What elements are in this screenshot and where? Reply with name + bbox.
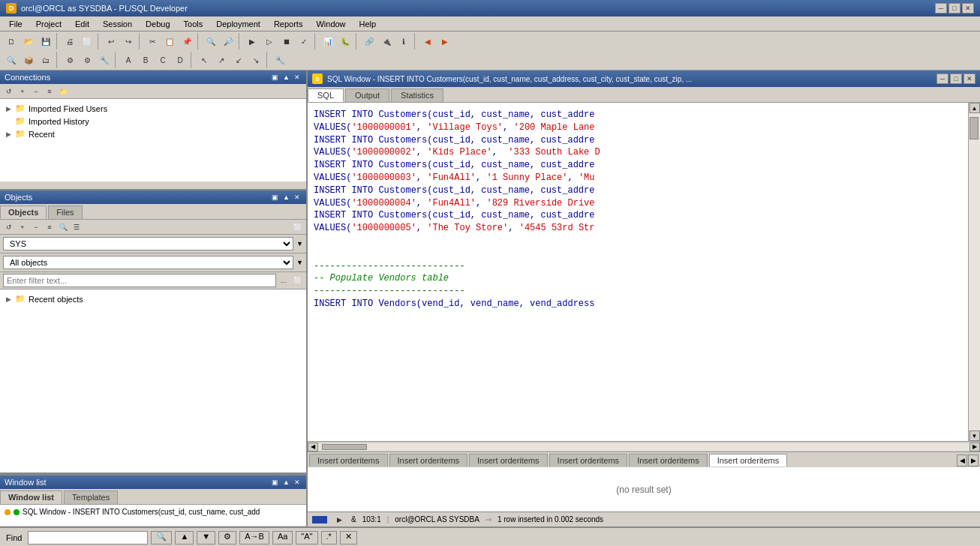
tree-recent[interactable]: ▶ 📁 Recent — [3, 128, 303, 140]
find-regex-btn[interactable]: .* — [321, 531, 337, 544]
tb-disconnect[interactable]: 🔌 — [378, 33, 395, 50]
sql-tab-statistics[interactable]: Statistics — [391, 88, 443, 102]
connections-restore[interactable]: ▣ — [270, 74, 280, 81]
objects-restore[interactable]: ▣ — [270, 194, 280, 201]
obj-list[interactable]: ☰ — [71, 221, 83, 233]
tb-open[interactable]: 📂 — [20, 33, 37, 50]
tree-imported-fixed[interactable]: ▶ 📁 Imported Fixed Users — [3, 102, 303, 115]
btab-2[interactable]: Insert orderitems — [469, 454, 548, 466]
scroll-up[interactable]: ▲ — [969, 103, 980, 113]
minimize-button[interactable]: ─ — [935, 3, 947, 14]
find-replace-btn[interactable]: A→B — [239, 531, 269, 544]
menu-debug[interactable]: Debug — [140, 18, 176, 30]
sql-tab-sql[interactable]: SQL — [308, 88, 344, 102]
status-execute[interactable]: ▶ — [333, 514, 345, 525]
connections-maximize[interactable]: ▲ — [281, 74, 291, 81]
menu-tools[interactable]: Tools — [178, 18, 209, 30]
tb2-compile2[interactable]: ⚙ — [79, 52, 95, 68]
sql-maximize[interactable]: □ — [950, 74, 962, 84]
scroll-down[interactable]: ▼ — [969, 430, 980, 441]
btab-scroll-left[interactable]: ◀ — [957, 454, 967, 466]
btab-0[interactable]: Insert orderitems — [309, 454, 388, 466]
scroll-track[interactable] — [969, 113, 980, 430]
obj-menu[interactable]: ⬜ — [291, 221, 303, 233]
obj-minus[interactable]: − — [30, 221, 42, 233]
tb2-compile[interactable]: ⚙ — [62, 52, 78, 68]
find-case-btn[interactable]: Aa — [272, 531, 293, 544]
menu-reports[interactable]: Reports — [268, 18, 309, 30]
obj-search[interactable]: 🔍 — [57, 221, 69, 233]
tb2-d[interactable]: D — [172, 52, 188, 68]
obj-add[interactable]: + — [17, 221, 29, 233]
tb-info[interactable]: ℹ — [395, 33, 412, 50]
tb2-compile3[interactable]: 🔧 — [96, 52, 113, 68]
objects-search-input[interactable] — [3, 274, 276, 287]
sql-close[interactable]: ✕ — [963, 74, 975, 84]
conn-minus[interactable]: − — [30, 86, 42, 98]
tb-connect[interactable]: 🔗 — [361, 33, 377, 50]
find-next-btn[interactable]: ▼ — [197, 531, 215, 544]
tb-undo[interactable]: ↩ — [103, 33, 119, 50]
wl-maximize[interactable]: ▲ — [281, 478, 291, 486]
filter-select[interactable]: All objects — [3, 256, 293, 269]
tb-nav-left[interactable]: ◀ — [419, 33, 436, 50]
tb2-arrow4[interactable]: ↘ — [248, 52, 264, 68]
btab-scroll-right[interactable]: ▶ — [968, 454, 978, 466]
tb2-a[interactable]: A — [120, 52, 137, 68]
hscroll-track[interactable] — [318, 443, 969, 451]
tb2-search[interactable]: 🔍 — [3, 52, 20, 68]
conn-add[interactable]: + — [17, 86, 29, 98]
menu-edit[interactable]: Edit — [69, 18, 95, 30]
tb-print2[interactable]: ⬜ — [79, 33, 95, 50]
maximize-button[interactable]: □ — [948, 3, 960, 14]
objects-close[interactable]: ✕ — [293, 194, 302, 201]
conn-props[interactable]: ≡ — [44, 86, 56, 98]
tb-find[interactable]: 🔍 — [203, 33, 219, 50]
tb-find2[interactable]: 🔎 — [220, 33, 236, 50]
hscroll-left[interactable]: ◀ — [308, 442, 318, 452]
tb-stop[interactable]: ⏹ — [278, 33, 295, 50]
search-opts[interactable]: ⬜ — [291, 274, 303, 286]
objects-maximize[interactable]: ▲ — [281, 194, 291, 201]
scroll-thumb[interactable] — [969, 117, 978, 140]
search-btn[interactable]: … — [278, 274, 290, 286]
tb-copy[interactable]: 📋 — [161, 33, 178, 50]
tb-new[interactable]: 🗋 — [3, 33, 20, 50]
tab-files[interactable]: Files — [48, 206, 82, 219]
btab-4[interactable]: Insert orderitems — [629, 454, 708, 466]
tb-run[interactable]: ▶ — [244, 33, 260, 50]
conn-refresh[interactable]: ↺ — [3, 86, 15, 98]
tb-explain[interactable]: 📊 — [320, 33, 336, 50]
menu-help[interactable]: Help — [353, 18, 383, 30]
tb-cut[interactable]: ✂ — [144, 33, 161, 50]
find-search-btn[interactable]: 🔍 — [151, 531, 172, 544]
sql-minimize[interactable]: ─ — [936, 74, 948, 84]
obj-props[interactable]: ≡ — [44, 221, 56, 233]
tb2-obj2[interactable]: 🗂 — [38, 52, 54, 68]
menu-file[interactable]: File — [3, 18, 29, 30]
tree-imported-history[interactable]: 📁 Imported History — [3, 115, 303, 128]
obj-refresh[interactable]: ↺ — [3, 221, 15, 233]
connections-close[interactable]: ✕ — [293, 74, 302, 81]
tb-redo[interactable]: ↪ — [120, 33, 137, 50]
tb2-b[interactable]: B — [137, 52, 154, 68]
tab-window-list[interactable]: Window list — [0, 490, 62, 504]
btab-3[interactable]: Insert orderitems — [549, 454, 628, 466]
tb2-c[interactable]: C — [155, 52, 171, 68]
tab-templates[interactable]: Templates — [64, 490, 118, 504]
hscroll-thumb[interactable] — [322, 444, 367, 450]
find-close-btn[interactable]: ✕ — [340, 531, 357, 544]
tb-print[interactable]: 🖨 — [62, 33, 78, 50]
tb2-wrench[interactable]: 🔧 — [272, 52, 288, 68]
menu-project[interactable]: Project — [30, 18, 68, 30]
tb-debug[interactable]: 🐛 — [337, 33, 353, 50]
btab-1[interactable]: Insert orderitems — [389, 454, 468, 466]
code-area[interactable]: INSERT INTO Customers(cust_id, cust_name… — [308, 103, 968, 441]
find-word-btn[interactable]: "A" — [296, 531, 317, 544]
menu-session[interactable]: Session — [97, 18, 138, 30]
conn-folder[interactable]: 📁 — [57, 86, 69, 98]
tb-commit[interactable]: ✓ — [296, 33, 312, 50]
tb2-arrow1[interactable]: ↖ — [196, 52, 212, 68]
wl-item-sql[interactable]: SQL Window - INSERT INTO Customers(cust_… — [2, 506, 305, 518]
wl-close[interactable]: ✕ — [293, 478, 302, 486]
